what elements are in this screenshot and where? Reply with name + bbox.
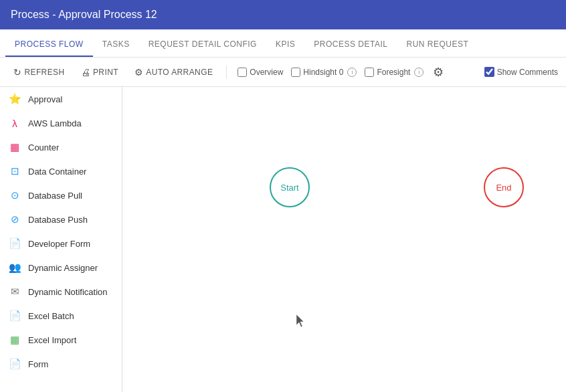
print-icon: 🖨 bbox=[81, 67, 90, 78]
counter-icon: ▦ bbox=[8, 140, 21, 154]
sidebar-item-excel-batch[interactable]: 📄Excel Batch bbox=[0, 304, 122, 328]
hindsight-info-icon: i bbox=[347, 68, 357, 77]
approval-icon: ⭐ bbox=[8, 92, 21, 106]
print-button[interactable]: 🖨 PRINT bbox=[76, 64, 124, 80]
sidebar-item-database-push[interactable]: ⊘Database Push bbox=[0, 207, 122, 231]
excel-batch-icon: 📄 bbox=[8, 309, 21, 322]
sidebar-item-label-excel-import: Excel Import bbox=[28, 335, 76, 345]
auto-arrange-icon: ⚙ bbox=[134, 67, 143, 78]
show-comments-group: Show Comments bbox=[484, 67, 558, 77]
tab-run-request[interactable]: RUN REQUEST bbox=[397, 33, 478, 57]
sidebar-item-label-dynamic-notification: Dynamic Notification bbox=[28, 287, 108, 297]
tab-tasks[interactable]: TASKS bbox=[93, 33, 139, 57]
overview-checkbox[interactable] bbox=[238, 68, 247, 77]
settings-icon[interactable]: ⚙ bbox=[433, 65, 444, 80]
foresight-label: Foresight bbox=[377, 68, 410, 77]
tab-process-detail[interactable]: PROCESS DETAIL bbox=[304, 33, 397, 57]
refresh-button[interactable]: ↻ REFRESH bbox=[8, 64, 70, 80]
tab-bar: PROCESS FLOWTASKSREQUEST DETAIL CONFIGKP… bbox=[0, 29, 566, 58]
main-area: ⭐ApprovalλAWS Lambda▦Counter⊡Data Contai… bbox=[0, 87, 566, 392]
sidebar: ⭐ApprovalλAWS Lambda▦Counter⊡Data Contai… bbox=[0, 87, 122, 392]
auto-arrange-button[interactable]: ⚙ AUTO ARRANGE bbox=[129, 64, 218, 80]
sidebar-item-label-data-container: Data Container bbox=[28, 167, 86, 177]
dynamic-assigner-icon: 👥 bbox=[8, 261, 21, 274]
sidebar-item-data-container[interactable]: ⊡Data Container bbox=[0, 159, 122, 183]
end-node[interactable]: End bbox=[484, 167, 524, 207]
show-comments-label[interactable]: Show Comments bbox=[497, 68, 558, 77]
sidebar-item-label-database-push: Database Push bbox=[28, 215, 88, 225]
sidebar-item-label-developer-form: Developer Form bbox=[28, 239, 90, 249]
sidebar-item-label-approval: Approval bbox=[28, 94, 62, 104]
sidebar-item-label-database-pull: Database Pull bbox=[28, 191, 82, 201]
sidebar-item-label-excel-batch: Excel Batch bbox=[28, 311, 74, 321]
sidebar-item-label-counter: Counter bbox=[28, 142, 59, 153]
overview-checkbox-group[interactable]: Overview bbox=[238, 68, 283, 77]
sidebar-item-approval[interactable]: ⭐Approval bbox=[0, 87, 122, 111]
page-title: Process - Approval Process 12 bbox=[11, 9, 157, 21]
sidebar-item-label-dynamic-assigner: Dynamic Assigner bbox=[28, 263, 98, 273]
sidebar-item-label-form: Form bbox=[28, 359, 48, 369]
excel-import-icon: ▦ bbox=[8, 333, 21, 347]
tab-request-detail-config[interactable]: REQUEST DETAIL CONFIG bbox=[139, 33, 266, 57]
sidebar-item-label-aws-lambda: AWS Lambda bbox=[28, 118, 82, 128]
dynamic-notification-icon: ✉ bbox=[8, 285, 21, 298]
aws-lambda-icon: λ bbox=[8, 116, 21, 130]
hindsight-label: Hindsight 0 bbox=[303, 68, 343, 77]
auto-arrange-label: AUTO ARRANGE bbox=[146, 68, 213, 77]
hindsight-checkbox-group[interactable]: Hindsight 0 i bbox=[291, 68, 357, 77]
start-node[interactable]: Start bbox=[270, 167, 310, 207]
sidebar-item-form[interactable]: 📄Form bbox=[0, 352, 122, 376]
tab-kpis[interactable]: KPIS bbox=[266, 33, 304, 57]
database-push-icon: ⊘ bbox=[8, 213, 21, 226]
start-node-label: Start bbox=[280, 183, 298, 193]
sidebar-item-counter[interactable]: ▦Counter bbox=[0, 135, 122, 159]
end-node-label: End bbox=[496, 183, 511, 193]
print-label: PRINT bbox=[93, 68, 118, 77]
foresight-info-icon: i bbox=[414, 68, 423, 77]
title-bar: Process - Approval Process 12 bbox=[0, 0, 566, 29]
database-pull-icon: ⊙ bbox=[8, 189, 21, 202]
refresh-icon: ↻ bbox=[13, 67, 21, 78]
form-icon: 📄 bbox=[8, 357, 21, 371]
hindsight-checkbox[interactable] bbox=[291, 68, 300, 77]
foresight-checkbox[interactable] bbox=[365, 68, 374, 77]
sidebar-item-dynamic-assigner[interactable]: 👥Dynamic Assigner bbox=[0, 256, 122, 280]
toolbar-divider-1 bbox=[226, 66, 227, 79]
canvas[interactable]: Start End bbox=[122, 87, 566, 392]
sidebar-item-aws-lambda[interactable]: λAWS Lambda bbox=[0, 111, 122, 135]
foresight-checkbox-group[interactable]: Foresight i bbox=[365, 68, 423, 77]
refresh-label: REFRESH bbox=[24, 68, 64, 77]
toolbar: ↻ REFRESH 🖨 PRINT ⚙ AUTO ARRANGE Overvie… bbox=[0, 58, 566, 87]
sidebar-item-excel-import[interactable]: ▦Excel Import bbox=[0, 328, 122, 352]
developer-form-icon: 📄 bbox=[8, 237, 21, 250]
sidebar-item-dynamic-notification[interactable]: ✉Dynamic Notification bbox=[0, 280, 122, 304]
sidebar-item-developer-form[interactable]: 📄Developer Form bbox=[0, 231, 122, 256]
cursor-indicator bbox=[296, 314, 306, 328]
show-comments-checkbox[interactable] bbox=[484, 67, 494, 77]
data-container-icon: ⊡ bbox=[8, 165, 21, 178]
tab-process-flow[interactable]: PROCESS FLOW bbox=[5, 33, 93, 57]
overview-label: Overview bbox=[250, 68, 283, 77]
sidebar-item-database-pull[interactable]: ⊙Database Pull bbox=[0, 183, 122, 207]
